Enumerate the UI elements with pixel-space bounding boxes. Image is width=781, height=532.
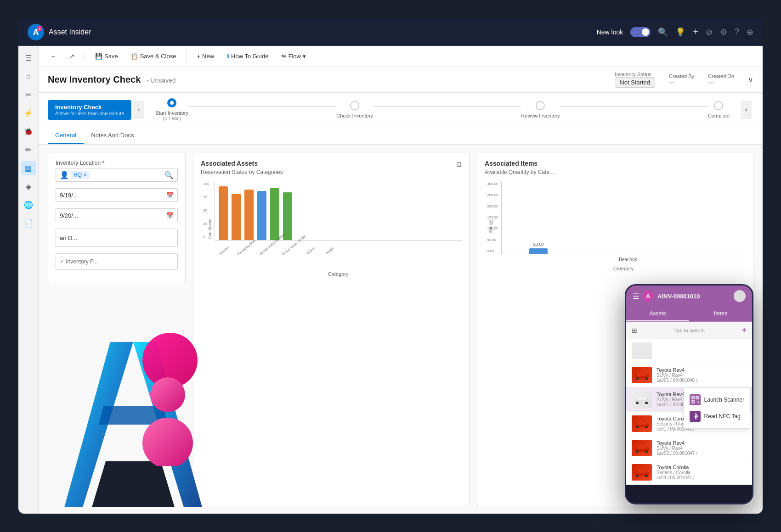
item-title-1: Toyota Rav4 [656, 367, 747, 373]
tab-general[interactable]: General [48, 127, 84, 144]
phone-list-item-2[interactable]: Toyota Rav4 SUVy / Rav41av01 / 00-001046… [626, 387, 752, 412]
sidebar-icon-list[interactable]: ▤ [21, 161, 36, 175]
filter-nav-icon[interactable]: ⊘ [706, 27, 713, 37]
svg-rect-22 [692, 402, 693, 403]
phone-title: AINV-00001010 [657, 293, 730, 300]
flow-nav-prev[interactable]: ‹ [133, 101, 144, 119]
car-thumb-2 [632, 391, 652, 408]
form-header-expand-icon[interactable]: ∨ [748, 75, 753, 84]
item-title-4: Toyota Rav4 [656, 440, 747, 446]
phone-list-item-0[interactable] [626, 339, 752, 363]
app-title: Asset Insider [49, 28, 91, 36]
flow-step-circle-3 [536, 101, 545, 110]
field-required-marker: * [102, 160, 104, 166]
svg-point-26 [694, 416, 696, 417]
y-tick-25: 25 [203, 222, 209, 226]
flow-sidebar-item[interactable]: Inventory Check Active for less than one… [48, 100, 131, 120]
sidebar-icon-globe[interactable]: 🌐 [21, 197, 36, 212]
created-by-value: --- [669, 79, 675, 86]
status-label: Inventory Status [615, 72, 651, 77]
phone-header: ☰ A AINV-00001010 [626, 286, 752, 307]
sidebar-icon-doc[interactable]: 📄 [21, 216, 36, 230]
nfc-icon-svg [691, 413, 699, 420]
sidebar-icon-edit[interactable]: ✏ [21, 142, 36, 157]
field-location-label: Inventory Location * [56, 160, 178, 166]
save-close-button[interactable]: 📋 Save & Close [126, 51, 181, 62]
phone-list-item-5[interactable]: Toyota Corolla Sedans / Corollacc04 / 05… [626, 460, 752, 485]
search-nav-icon[interactable]: 🔍 [658, 27, 668, 37]
phone-list: Toyota Rav4 SUVy / Rav41av01 / 00-001046… [626, 339, 752, 485]
form-title-area: New Inventory Check - Unsaved [48, 74, 176, 85]
svg-rect-36 [637, 470, 646, 473]
calendar-icon-1[interactable]: 📅 [166, 192, 174, 199]
phone-list-item-4[interactable]: Toyota Rav4 SUVy / Rav41av02 / 00-001047… [626, 436, 752, 460]
tag-close-icon[interactable]: × [84, 172, 87, 178]
bar-motors10 [257, 191, 266, 240]
date1-input[interactable]: 9/19/... 📅 [56, 188, 178, 202]
sidebar-icon-scissors[interactable]: ✂ [21, 87, 36, 102]
phone-tab-assets[interactable]: Assets [626, 307, 689, 321]
phone-logo-icon: A [643, 291, 654, 302]
settings-nav-icon[interactable]: ⚙ [720, 27, 727, 37]
location-search-icon[interactable]: 🔍 [164, 171, 174, 179]
back-button[interactable]: ← [46, 51, 61, 62]
bar-value-bearings: 23.00 [533, 242, 544, 246]
form-header: New Inventory Check - Unsaved Inventory … [39, 67, 763, 93]
share-nav-icon[interactable]: ⊕ [747, 27, 753, 37]
flow-step-line-1 [188, 106, 336, 107]
car-svg-1 [633, 370, 651, 380]
flow-step-2: Check Inventory [336, 101, 373, 118]
note-input[interactable]: an D... [56, 229, 178, 247]
phone-mockup: ☰ A AINV-00001010 Assets Items ⊞ Tab to … [625, 284, 753, 504]
add-nav-icon[interactable]: + [693, 27, 698, 37]
phone-menu-icon[interactable]: ☰ [633, 292, 639, 301]
assets-expand-icon[interactable]: ⊡ [456, 161, 462, 168]
new-look-toggle[interactable] [630, 27, 651, 37]
location-input[interactable]: 👤 HQ × 🔍 [56, 168, 178, 182]
flow-step-label-2: Check Inventory [336, 113, 373, 118]
new-button[interactable]: + New [192, 51, 219, 62]
phone-add-icon[interactable]: + [741, 325, 747, 335]
how-to-guide-button[interactable]: ℹ How To Guide [222, 51, 273, 62]
phone-list-item-1[interactable]: Toyota Rav4 SUVy / Rav41av01 / 00-001046… [626, 363, 752, 387]
items-chart-title: Associated Items [485, 160, 746, 167]
idea-nav-icon[interactable]: 💡 [675, 27, 685, 37]
field-date2: 9/20/... 📅 [56, 208, 178, 222]
car-svg-3 [633, 419, 651, 428]
x-label-borers: Borers [324, 245, 336, 256]
flow-button[interactable]: ⇋ Flow ▾ [277, 51, 310, 62]
x-label-bearings: Bearings [619, 257, 637, 262]
phone-search-text[interactable]: Tab to search [674, 328, 705, 333]
car-svg-4 [633, 443, 651, 453]
read-nfc-item[interactable]: Read NFC Tag [690, 408, 744, 425]
flow-step-circle-2 [350, 101, 359, 110]
toolbar-separator-2 [186, 52, 187, 61]
created-on-group: Created On --- [708, 73, 734, 86]
sidebar-icon-menu[interactable]: ☰ [21, 50, 36, 65]
flow-chevron-icon: ▾ [303, 53, 306, 60]
nfc-icon [690, 411, 701, 422]
sidebar-icon-bolt[interactable]: ⚡ [21, 106, 36, 120]
calendar-icon-2[interactable]: 📅 [166, 212, 174, 219]
phone-tab-items[interactable]: Items [689, 307, 752, 321]
forward-button[interactable]: ↗ [65, 51, 79, 62]
tab-notes[interactable]: Notes And Docs [84, 127, 141, 144]
sidebar-icon-layers[interactable]: ◈ [21, 179, 36, 194]
car-svg-5 [633, 468, 651, 477]
field-inventory-p: ✓ Inventory P... [56, 253, 178, 270]
svg-rect-28 [637, 421, 646, 425]
logo-area: A i Asset Insider [28, 24, 312, 40]
app-logo-icon: A i [28, 24, 44, 40]
inventory-p-input[interactable]: ✓ Inventory P... [56, 253, 178, 270]
forward-icon: ↗ [69, 53, 74, 60]
save-button[interactable]: 💾 Save [91, 51, 123, 62]
scanner-popup: Launch Scanner Read NFC Tag [684, 387, 750, 429]
sidebar-icon-bug[interactable]: 🐞 [21, 124, 36, 139]
help-nav-icon[interactable]: ? [735, 27, 739, 37]
flow-nav-next[interactable]: › [741, 101, 752, 119]
launch-scanner-item[interactable]: Launch Scanner [690, 392, 744, 408]
items-chart-subtitle: Available Quantity by Cate... [485, 169, 746, 175]
date2-input[interactable]: 9/20/... 📅 [56, 208, 178, 222]
sidebar-icon-home[interactable]: ⌂ [21, 69, 36, 84]
created-on-label: Created On [708, 73, 734, 79]
